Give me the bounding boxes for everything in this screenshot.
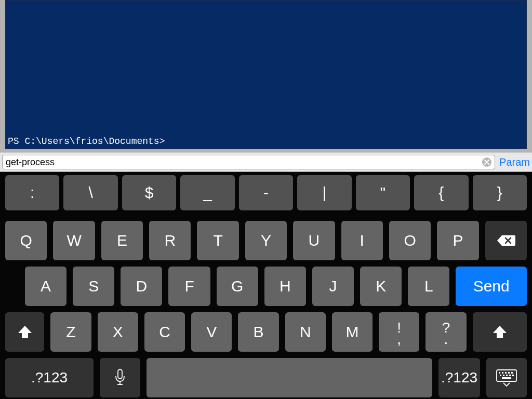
command-input-bar: Param: [0, 152, 532, 172]
key-c[interactable]: C: [144, 312, 185, 352]
key-z[interactable]: Z: [50, 312, 91, 352]
powershell-terminal[interactable]: PS C:\Users\frios\Documents>: [5, 0, 527, 149]
svg-rect-11: [506, 375, 508, 376]
key-underscore[interactable]: _: [180, 175, 234, 210]
key-punct-comma[interactable]: ! ,: [379, 312, 419, 352]
key-p[interactable]: P: [437, 221, 478, 260]
key-x[interactable]: X: [98, 312, 138, 352]
key-s[interactable]: S: [73, 267, 114, 306]
svg-rect-7: [508, 372, 510, 374]
key-g[interactable]: G: [217, 267, 258, 306]
key-i[interactable]: I: [341, 221, 383, 260]
punct-bottom: ,: [397, 335, 401, 344]
keyboard-row-2: A S D F G H J K L Send: [0, 267, 532, 306]
key-send[interactable]: Send: [456, 267, 527, 306]
key-d[interactable]: D: [121, 267, 162, 306]
symbol-row: : \ $ _ - | " { }: [0, 172, 532, 215]
keyboard-row-3: Z X C V B N M ! , ? .: [0, 312, 532, 352]
key-shift-left[interactable]: [5, 312, 44, 352]
key-k[interactable]: K: [360, 267, 402, 306]
key-w[interactable]: W: [53, 221, 95, 260]
key-colon[interactable]: :: [5, 175, 59, 210]
terminal-area: PS C:\Users\frios\Documents>: [0, 0, 532, 152]
param-link[interactable]: Param: [499, 156, 530, 168]
microphone-icon: [114, 369, 126, 387]
command-input[interactable]: [6, 157, 482, 168]
key-space[interactable]: [147, 358, 432, 397]
key-l[interactable]: L: [408, 267, 449, 306]
key-u[interactable]: U: [293, 221, 335, 260]
key-numlock-left[interactable]: .?123: [5, 358, 94, 397]
key-backspace[interactable]: [485, 221, 527, 260]
svg-rect-13: [512, 375, 514, 376]
clear-input-button[interactable]: [482, 157, 491, 167]
backspace-icon: [497, 234, 515, 247]
key-o[interactable]: O: [389, 221, 431, 260]
key-dollar[interactable]: $: [122, 175, 176, 210]
keyboard-row-1: Q W E R T Y U I O P: [0, 221, 532, 260]
key-b[interactable]: B: [238, 312, 278, 352]
command-input-wrapper[interactable]: [2, 155, 495, 169]
key-doublequote[interactable]: ": [356, 175, 410, 210]
key-f[interactable]: F: [168, 267, 210, 306]
svg-rect-5: [502, 372, 503, 374]
key-brace-open[interactable]: {: [414, 175, 468, 210]
svg-rect-10: [503, 375, 504, 376]
key-v[interactable]: V: [191, 312, 232, 352]
key-y[interactable]: Y: [245, 221, 287, 260]
key-punct-period[interactable]: ? .: [425, 312, 466, 352]
shift-icon: [492, 324, 508, 340]
key-t[interactable]: T: [197, 221, 238, 260]
svg-rect-12: [509, 375, 511, 376]
keyboard-hide-icon: [496, 369, 517, 387]
key-hide-keyboard[interactable]: [486, 358, 527, 397]
key-shift-right[interactable]: [473, 312, 527, 352]
svg-rect-9: [500, 375, 501, 376]
key-pipe[interactable]: |: [297, 175, 351, 210]
svg-rect-6: [505, 372, 507, 374]
key-h[interactable]: H: [264, 267, 306, 306]
key-numlock-right[interactable]: .?123: [438, 358, 480, 397]
key-q[interactable]: Q: [5, 221, 47, 260]
key-dash[interactable]: -: [239, 175, 293, 210]
keyboard-row-bottom: .?123 .?123: [0, 358, 532, 397]
shift-icon: [17, 324, 33, 340]
svg-rect-8: [511, 372, 513, 374]
key-e[interactable]: E: [101, 221, 143, 260]
key-n[interactable]: N: [285, 312, 326, 352]
svg-rect-4: [499, 372, 500, 374]
key-brace-close[interactable]: }: [473, 175, 527, 210]
svg-rect-14: [502, 377, 511, 379]
key-dictation[interactable]: [100, 358, 140, 397]
key-m[interactable]: M: [332, 312, 373, 352]
key-j[interactable]: J: [312, 267, 354, 306]
key-backslash[interactable]: \: [63, 175, 117, 210]
key-r[interactable]: R: [149, 221, 191, 260]
terminal-prompt: PS C:\Users\frios\Documents>: [8, 136, 524, 147]
virtual-keyboard: : \ $ _ - | " { } Q W E R T Y U I O P A …: [0, 172, 532, 399]
key-a[interactable]: A: [25, 267, 66, 306]
punct-bottom: .: [444, 335, 448, 344]
svg-rect-0: [118, 369, 122, 379]
